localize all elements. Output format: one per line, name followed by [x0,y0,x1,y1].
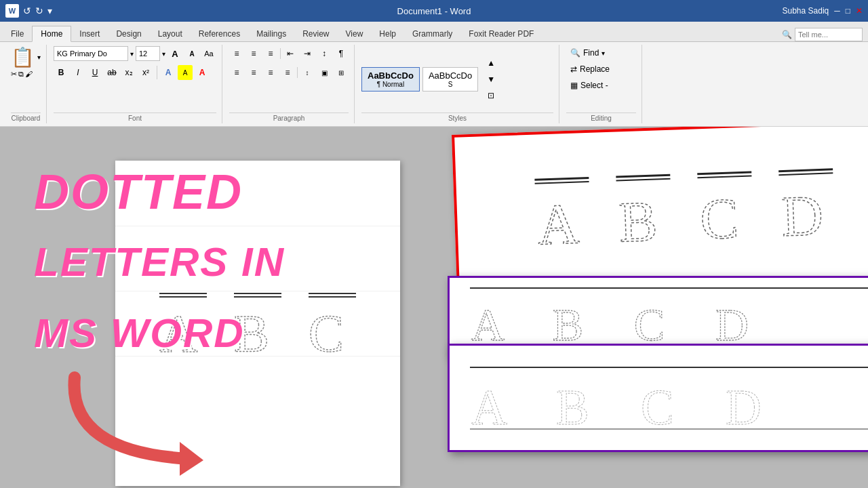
dotted-letters-row: A B [156,293,359,354]
styles-scroll-down[interactable]: ▼ [484,72,498,87]
ribbon-tabs: File Home Insert Design Layout Reference… [0,22,868,42]
font-name-dropdown-icon[interactable]: ▾ [130,50,134,58]
letter-C-container: C [305,293,359,354]
search-icon[interactable]: 🔍 [782,30,792,39]
styles-more[interactable]: ⊡ [484,88,498,103]
align-right-button[interactable]: ≡ [263,65,278,80]
replace-icon: ⇄ [570,64,577,74]
styles-scroll-up[interactable]: ▲ [484,56,498,70]
redo-icon[interactable]: ↻ [35,5,43,16]
quick-access-dropdown[interactable]: ▾ [47,5,52,16]
para-divider2 [297,67,298,78]
mid-D-svg: D [714,294,762,342]
subscript-button[interactable]: x₂ [121,65,136,80]
tab-design[interactable]: Design [108,26,149,41]
style-normal[interactable]: AaBbCcDo ¶ Normal [361,67,420,92]
top-line-C-1 [309,293,356,294]
tab-layout[interactable]: Layout [150,26,191,41]
svg-text:B: B [553,299,584,342]
screenshot-top: A B [452,127,868,298]
sort-button[interactable]: ↕ [317,46,332,61]
justify-button[interactable]: ≡ [280,65,295,80]
style-no-spacing[interactable]: AaBbCcDo S [422,67,478,92]
shading-button[interactable]: ▣ [317,65,332,80]
title-bar: W ↺ ↻ ▾ Document1 - Word Subha Sadiq ─ □… [0,0,868,22]
tab-file[interactable]: File [3,26,32,41]
select-button[interactable]: ▦ Select - [566,79,612,92]
italic-button[interactable]: I [71,65,85,80]
ribbon-content: 📋 ▾ ✂ ⧉ 🖌 Clipboard ▾ ▾ A [0,42,868,126]
svg-text:C: C [699,186,740,242]
cut-button[interactable]: ✂ [11,70,17,79]
font-group-label: Font [54,113,216,122]
letter-A-lines [159,293,207,298]
bullets-button[interactable]: ≡ [229,46,244,61]
letter-A-svg: A [156,300,210,354]
increase-indent-button[interactable]: ⇥ [300,46,315,61]
numbering-button[interactable]: ≡ [246,46,261,61]
tab-grammarly[interactable]: Grammarly [404,26,460,41]
tab-home[interactable]: Home [32,26,71,42]
bold-button[interactable]: B [54,65,68,80]
bottom-letters: A B C D [470,375,868,426]
find-dropdown-icon[interactable]: ▾ [601,49,605,57]
borders-button[interactable]: ⊞ [334,65,349,80]
clipboard-label: Clipboard [11,113,41,122]
bottom-A-svg: A [470,375,521,426]
profile-name: Subha Sadiq [783,6,829,16]
show-hide-button[interactable]: ¶ [334,46,349,61]
document-title: Document1 - Word [397,6,471,16]
tab-mailings[interactable]: Mailings [248,26,294,41]
tab-insert[interactable]: Insert [71,26,108,41]
tab-help[interactable]: Help [371,26,404,41]
tab-references[interactable]: References [191,26,248,41]
clipboard-group: 📋 ▾ ✂ ⧉ 🖌 Clipboard [5,45,47,123]
top-D-svg: D [779,176,835,239]
text-effect-button[interactable]: A [161,65,176,80]
multilevel-button[interactable]: ≡ [263,46,278,61]
highlight-button[interactable]: A [178,65,193,80]
close-button[interactable]: ✕ [856,6,863,16]
tab-foxit[interactable]: Foxit Reader PDF [460,26,542,41]
tell-me-input[interactable] [795,28,863,41]
svg-text:B: B [234,304,269,354]
underline-button[interactable]: U [87,65,102,80]
clear-format-button[interactable]: Aa [201,46,216,61]
mid-C-svg: C [633,294,680,342]
top-C-line2 [697,175,751,178]
font-name-input[interactable] [54,46,128,61]
top-line-A-2 [159,296,207,298]
align-left-button[interactable]: ≡ [229,65,244,80]
maximize-button[interactable]: □ [846,6,850,16]
align-center-button[interactable]: ≡ [246,65,261,80]
increase-font-button[interactable]: A [167,46,182,61]
line-spacing-button[interactable]: ↕ [300,65,315,80]
font-size-dropdown-icon[interactable]: ▾ [162,50,165,58]
letter-C-lines [309,293,356,298]
bottom-line2 [470,428,868,430]
tab-view[interactable]: View [338,26,372,41]
top-A-lines [534,177,589,184]
word-icon: W [5,4,19,18]
svg-text:A: A [159,304,197,354]
replace-button[interactable]: ⇄ Replace [566,62,614,76]
font-size-input[interactable] [136,46,160,61]
format-painter-button[interactable]: 🖌 [25,70,33,79]
font-color-button[interactable]: A [195,65,210,80]
superscript-button[interactable]: x² [138,65,153,80]
letter-B-svg: B [231,300,285,354]
letter-C-svg: C [305,300,359,354]
select-label: Select - [580,81,608,90]
copy-button[interactable]: ⧉ [18,70,24,79]
tab-review[interactable]: Review [294,26,337,41]
top-A-line2 [535,180,589,184]
decrease-indent-button[interactable]: ⇤ [283,46,298,61]
strikethrough-button[interactable]: ab [104,65,119,80]
editing-group: 🔍 Find ▾ ⇄ Replace ▦ Select - Editing [561,45,642,123]
minimize-button[interactable]: ─ [834,6,840,16]
decrease-font-button[interactable]: A [184,46,199,61]
paste-button[interactable]: 📋 ▾ [11,46,41,68]
find-button[interactable]: 🔍 Find ▾ [566,46,609,60]
undo-icon[interactable]: ↺ [23,5,31,16]
guide-line-3 [115,356,400,357]
